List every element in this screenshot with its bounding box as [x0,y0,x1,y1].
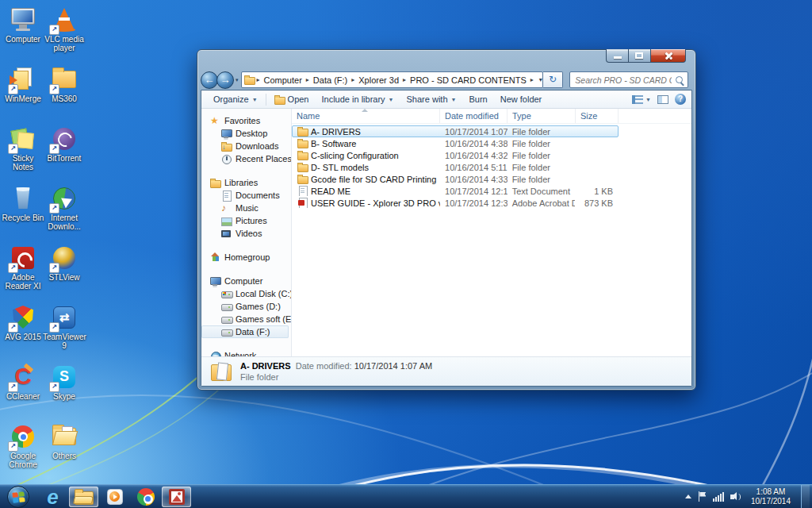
desktop-icon-ms360[interactable]: MS360 [43,66,86,103]
taskbar-item-chrome[interactable] [131,487,160,507]
chevron-down-icon: ▼ [451,97,457,102]
sidebar-item-desktop[interactable]: Desktop [201,127,291,140]
minimize-button[interactable] [606,49,629,63]
sidebar-item-data-f[interactable]: Data (F:) [201,325,289,338]
sidebar-item-local-disk-c[interactable]: Local Disk (C:) [201,287,291,300]
taskbar-item-media-player[interactable] [100,487,129,507]
sidebar-item-games-d[interactable]: Games (D:) [201,300,291,313]
desktop-icon-computer[interactable]: Computer [2,6,44,44]
libraries-icon [210,178,220,188]
desktop-icon-sticky-notes[interactable]: Sticky Notes [2,125,44,171]
pdf-icon [297,198,308,208]
details-date-value: 10/17/2014 1:07 AM [354,361,432,371]
breadcrumb-computer[interactable]: Computer [262,75,304,85]
refresh-button[interactable]: ↻ [543,71,564,88]
desktop-icon-label: MS360 [43,94,86,103]
desktop-icon-winmerge[interactable]: WinMerge [2,66,44,103]
sidebar-item-downloads[interactable]: Downloads [201,140,291,152]
details-pane: A- DRIVERS Date modified: 10/17/2014 1:0… [201,356,691,386]
file-row[interactable]: Gcode file for SD CARD Printing 10/16/20… [292,173,619,185]
desktop-icon-idm[interactable]: Internet Downlo... [43,185,86,231]
taskbar-item-explorer-active[interactable] [69,487,98,507]
recent-pages-chevron-icon[interactable]: ▾ [236,77,239,83]
organize-button[interactable]: Organize▼ [207,93,264,106]
sidebar-item-homegroup[interactable]: Homegroup [201,251,291,264]
desktop-icon-ccleaner[interactable]: C CCleaner [2,364,44,401]
desktop-icon-teamviewer[interactable]: ⇄ TeamViewer 9 [43,304,86,350]
sidebar-item-music[interactable]: ♪Music [201,202,291,214]
search-box[interactable] [569,71,688,88]
taskbar-item-picture-manager[interactable] [162,487,191,507]
file-row[interactable]: USER GUIDE - Xplorer 3D PRO v1.0.1 10/17… [292,197,619,209]
sidebar-item-pictures[interactable]: Pictures [201,214,291,227]
text-document-icon [297,186,308,196]
desktop-icon-vlc[interactable]: VLC media player [43,6,86,52]
preview-pane-icon[interactable] [657,95,668,104]
details-type: File folder [240,371,432,383]
action-center-flag-icon[interactable] [698,491,707,502]
windows-flag-icon [12,491,25,502]
desktop-icon-skype[interactable]: S Skype [43,364,86,401]
sidebar-item-favorites[interactable]: ★Favorites [201,114,291,127]
breadcrumb-arrow-icon: ▸ [304,76,312,83]
share-with-button[interactable]: Share with▼ [400,93,463,106]
downloads-icon [221,141,232,152]
show-hidden-icons-button[interactable] [685,495,691,498]
search-input[interactable] [570,73,688,88]
sidebar-item-games-soft-e[interactable]: Games soft (E:) [201,313,291,325]
document-icon [221,190,232,201]
file-row[interactable]: D- STL models 10/16/2014 5:11 PMFile fol… [292,161,619,173]
file-row-selected[interactable]: A- DRIVERS 10/17/2014 1:07 AMFile folder [292,125,619,137]
folder-icon [297,162,308,172]
network-signal-icon[interactable] [713,492,724,502]
taskbar-clock[interactable]: 1:08 AM 10/17/2014 [747,487,795,506]
burn-button[interactable]: Burn [462,93,493,106]
column-header-date[interactable]: Date modified [440,109,508,123]
breadcrumb-xplorer3d[interactable]: Xplorer 3d [357,75,400,85]
file-row[interactable]: C-slicing Configuration 10/16/2014 4:32 … [292,149,619,161]
show-desktop-button[interactable] [801,485,810,508]
help-icon[interactable]: ? [675,94,686,105]
internet-explorer-icon: e [47,485,58,508]
desktop-icon-label: Recycle Bin [2,214,44,222]
open-button[interactable]: Open [268,93,316,106]
sticky-notes-icon [10,125,36,152]
change-view-button[interactable]: ▼ [632,95,651,104]
desktop-icon-recycle-bin[interactable]: Recycle Bin [2,185,44,222]
column-header-name[interactable]: Name [292,109,440,123]
sidebar-item-libraries[interactable]: Libraries [201,176,291,189]
desktop-icon-stlview[interactable]: STLView [43,244,86,282]
include-in-library-button[interactable]: Include in library▼ [316,93,400,106]
desktop-icon-label: Adobe Reader XI [2,273,44,291]
file-row[interactable]: B- Software 10/16/2014 4:38 PMFile folde… [292,137,619,149]
sidebar-item-computer[interactable]: Computer [201,275,291,287]
desktop-icon-others[interactable]: Others [43,423,86,460]
vlc-cone-icon [51,6,78,33]
taskbar-item-internet-explorer[interactable]: e [38,487,67,507]
winmerge-icon [10,66,36,93]
new-folder-button[interactable]: New folder [494,93,549,106]
bittorrent-icon [51,125,78,152]
sidebar-item-documents[interactable]: Documents [201,189,291,202]
forward-button[interactable]: → [216,71,234,89]
breadcrumb-pro-sd-card[interactable]: PRO - SD CARD CONTENTS [408,75,528,85]
sidebar-item-recent-places[interactable]: Recent Places [201,152,291,165]
volume-icon[interactable] [730,491,741,502]
start-button[interactable] [7,486,29,508]
desktop-icon-adobe-reader[interactable]: Adobe Reader XI [2,244,44,291]
file-row[interactable]: READ ME 10/17/2014 12:13 ...Text Documen… [292,185,619,197]
close-button[interactable] [650,49,686,63]
desktop-icon-label: VLC media player [43,35,86,52]
breadcrumb-data-f[interactable]: Data (F:) [312,75,349,85]
desktop-icon-bittorrent[interactable]: BitTorrent [43,125,86,163]
column-header-size[interactable]: Size [576,109,619,123]
address-bar[interactable]: ▸ Computer ▸ Data (F:) ▸ Xplorer 3d ▸ PR… [241,71,543,88]
back-button[interactable]: ← [201,71,218,89]
column-header-type[interactable]: Type [508,109,576,123]
sidebar-item-videos[interactable]: Videos [201,227,291,240]
desktop-icon-chrome[interactable]: Google Chrome [2,423,44,469]
desktop-icon-avg[interactable]: AVG 2015 [2,304,44,341]
sidebar-item-network[interactable]: Network [201,349,291,356]
internet-download-manager-icon [51,185,78,212]
maximize-button[interactable] [629,49,650,63]
